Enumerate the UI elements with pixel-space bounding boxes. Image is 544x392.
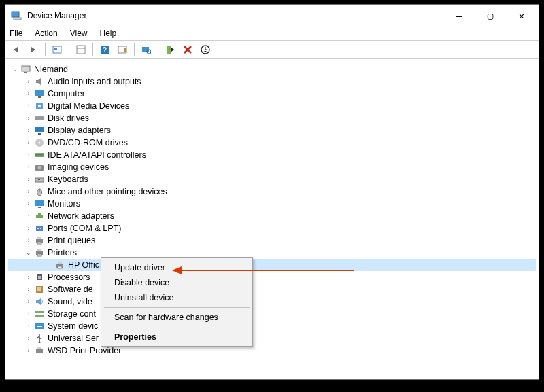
computer-icon <box>20 64 31 75</box>
tree-item-label: Storage cont <box>48 308 96 320</box>
svg-point-25 <box>39 142 41 144</box>
enable-button[interactable] <box>163 42 177 57</box>
ide-icon <box>34 149 45 160</box>
chevron-right-icon[interactable]: › <box>24 236 33 245</box>
tree-item[interactable]: ›Print queues <box>8 234 536 247</box>
tree-child-item[interactable]: HP Offic <box>8 259 536 271</box>
tree-item-label: Disk drives <box>48 112 89 124</box>
context-properties[interactable]: Properties <box>103 329 250 344</box>
update-button[interactable] <box>198 42 213 57</box>
chevron-right-icon[interactable]: › <box>24 188 33 196</box>
action-button[interactable] <box>115 42 130 57</box>
chevron-right-icon[interactable]: › <box>24 139 33 147</box>
tree-item-label: Keyboards <box>48 173 88 185</box>
chevron-right-icon[interactable]: › <box>24 310 33 318</box>
toolbar-separator <box>92 43 93 56</box>
mouse-icon <box>34 186 45 197</box>
tree-item-label: HP Offic <box>68 259 99 271</box>
svg-rect-50 <box>58 262 62 264</box>
chevron-right-icon[interactable]: › <box>24 102 33 110</box>
tree-item[interactable]: ›Disk drives <box>8 112 536 124</box>
tree-root-label: Niemand <box>34 63 68 75</box>
tree-item[interactable]: ›IDE ATA/ATAPI controllers <box>8 149 536 161</box>
toolbar: ? <box>5 40 539 59</box>
network-icon <box>34 211 45 221</box>
tree-item[interactable]: ›Mice and other pointing devices <box>8 185 536 198</box>
tree-item-label: IDE ATA/ATAPI controllers <box>48 149 146 161</box>
tree-item[interactable]: ›Storage cont <box>8 308 536 320</box>
chevron-right-icon[interactable]: › <box>24 298 33 306</box>
chevron-right-icon[interactable] <box>45 261 53 269</box>
chevron-right-icon[interactable]: › <box>24 273 33 281</box>
tree-item[interactable]: ›Display adapters <box>8 124 536 137</box>
tree-item[interactable]: ›Network adapters <box>8 210 536 222</box>
show-hidden-button[interactable] <box>50 42 65 57</box>
chevron-right-icon[interactable]: › <box>24 77 33 86</box>
context-uninstall-device[interactable]: Uninstall device <box>103 290 250 305</box>
svg-rect-51 <box>58 266 62 268</box>
svg-rect-62 <box>36 349 43 353</box>
chevron-right-icon[interactable]: › <box>24 224 33 232</box>
tree-item[interactable]: ›WSD Print Provider <box>8 344 536 357</box>
chevron-right-icon[interactable]: › <box>24 322 33 330</box>
menu-view[interactable]: View <box>70 29 88 38</box>
maximize-button[interactable]: ▢ <box>475 5 506 26</box>
chevron-right-icon[interactable]: › <box>24 163 33 171</box>
tree-item[interactable]: ›Digital Media Devices <box>8 100 536 112</box>
forward-button[interactable] <box>26 42 41 57</box>
minimize-button[interactable]: — <box>443 5 475 26</box>
tree-item[interactable]: ›Computer <box>8 88 536 100</box>
chevron-down-icon[interactable]: ⌄ <box>11 65 19 73</box>
tree-item[interactable]: ›Sound, vide <box>8 296 536 308</box>
tree-item-label: Mice and other pointing devices <box>48 185 167 198</box>
uninstall-button[interactable] <box>180 42 195 57</box>
back-button[interactable] <box>8 42 23 57</box>
svg-rect-55 <box>37 287 41 291</box>
context-menu: Update driver Disable device Uninstall d… <box>101 257 253 347</box>
chevron-right-icon[interactable]: › <box>24 200 33 208</box>
device-tree[interactable]: ⌄ Niemand ›Audio inputs and outputs›Comp… <box>5 59 539 379</box>
tree-item[interactable]: ›Audio inputs and outputs <box>8 75 536 88</box>
tree-root[interactable]: ⌄ Niemand <box>8 63 536 75</box>
toolbar-separator <box>45 43 46 56</box>
tree-item[interactable]: ›Universal Ser <box>8 332 536 344</box>
context-scan-hardware[interactable]: Scan for hardware changes <box>103 310 250 325</box>
chevron-right-icon[interactable]: › <box>24 334 33 342</box>
scan-button[interactable] <box>139 42 154 57</box>
usb-icon <box>34 333 45 344</box>
tree-item-label: Printers <box>48 247 77 259</box>
tree-item[interactable]: ›Keyboards <box>8 173 536 185</box>
chevron-right-icon[interactable]: › <box>24 90 33 98</box>
storage-icon <box>34 308 45 319</box>
tree-item[interactable]: ›Processors <box>8 271 536 283</box>
chevron-right-icon[interactable]: › <box>24 151 33 159</box>
menu-help[interactable]: Help <box>100 29 117 38</box>
tree-item[interactable]: ›DVD/CD-ROM drives <box>8 137 536 149</box>
context-update-driver[interactable]: Update driver <box>103 260 250 275</box>
tree-item[interactable]: ›Imaging devices <box>8 161 536 173</box>
chevron-right-icon[interactable]: › <box>24 212 33 220</box>
tree-item[interactable]: ›Monitors <box>8 198 536 210</box>
tree-item[interactable]: ›Ports (COM & LPT) <box>8 222 536 234</box>
chevron-right-icon[interactable]: › <box>24 126 33 135</box>
chevron-right-icon[interactable]: › <box>24 114 33 122</box>
chevron-right-icon[interactable]: › <box>24 175 33 183</box>
close-button[interactable]: ✕ <box>506 5 537 26</box>
tree-item-label: Ports (COM & LPT) <box>48 222 121 234</box>
chevron-down-icon[interactable]: ⌄ <box>24 249 33 257</box>
chevron-right-icon[interactable]: › <box>24 346 33 355</box>
properties-button[interactable] <box>73 42 88 57</box>
context-disable-device[interactable]: Disable device <box>103 275 250 290</box>
tree-item[interactable]: ›System devic <box>8 320 536 332</box>
help-button[interactable]: ? <box>97 42 112 57</box>
tree-item-label: Imaging devices <box>48 161 109 173</box>
svg-rect-32 <box>38 179 39 180</box>
svg-rect-48 <box>37 254 41 256</box>
keyboard-icon <box>34 174 45 185</box>
chevron-right-icon[interactable]: › <box>24 285 33 293</box>
tree-item[interactable]: ›Software de <box>8 283 536 296</box>
menu-action[interactable]: Action <box>35 29 57 38</box>
menu-file[interactable]: File <box>10 29 22 38</box>
tree-item-label: Processors <box>48 271 90 283</box>
tree-item[interactable]: ⌄Printers <box>8 247 536 259</box>
